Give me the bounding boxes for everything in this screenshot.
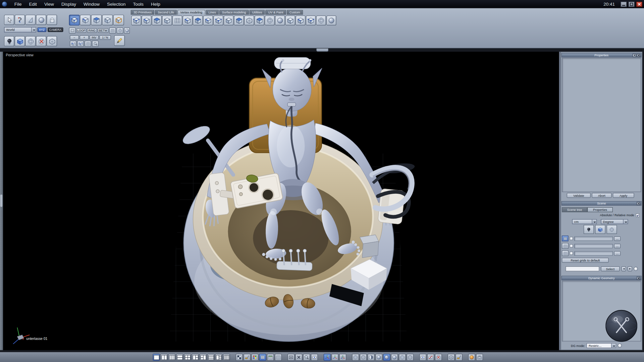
select-all-button[interactable] xyxy=(124,27,130,34)
layout-two-rows-button[interactable] xyxy=(176,354,183,361)
reset-grids-button[interactable]: Reset grids to default xyxy=(562,258,609,263)
viewport-3d[interactable]: X untertasse 01 Perspective view xyxy=(3,52,559,350)
menu-help[interactable]: Help xyxy=(147,0,164,8)
grid-solid-toggle[interactable] xyxy=(595,225,605,234)
grow-selection-button[interactable] xyxy=(109,27,116,34)
extrude-face-button[interactable] xyxy=(152,16,162,25)
sphere-tool-button[interactable] xyxy=(36,15,47,25)
unit-dropdown[interactable]: cm xyxy=(572,219,597,224)
freehand-stroke-tool[interactable] xyxy=(114,35,125,46)
grid-3-browse-button[interactable]: ... xyxy=(614,251,621,255)
stretch-button[interactable] xyxy=(296,16,306,25)
tab-scene-properties[interactable]: Properties xyxy=(587,207,613,212)
layout-two-columns-button[interactable] xyxy=(161,354,168,361)
scene-panel-titlebar[interactable]: Scene xyxy=(561,201,642,205)
snap-option-button[interactable] xyxy=(85,41,91,47)
hidden-line-button[interactable] xyxy=(368,354,375,361)
apply-button[interactable]: Apply xyxy=(613,193,634,198)
menu-window[interactable]: Window xyxy=(80,0,103,8)
spreadsheet-button[interactable] xyxy=(275,354,282,361)
tab-custom[interactable]: Custom xyxy=(286,10,303,15)
one-over-n-button[interactable]: 1 / N xyxy=(99,35,111,40)
plus-button[interactable]: + xyxy=(80,35,89,40)
wireframe-display-button[interactable] xyxy=(25,36,36,47)
grid-1-icon-button[interactable] xyxy=(562,236,569,241)
weld-points-button[interactable] xyxy=(131,16,141,25)
panel-grip[interactable] xyxy=(316,48,329,52)
grid-2-checkbox[interactable] xyxy=(570,244,573,248)
tab-uv-paint[interactable]: UV & Paint xyxy=(265,10,286,15)
close-button[interactable] xyxy=(636,1,642,7)
tab-3d-primitives[interactable]: 3D Primitives xyxy=(130,10,154,15)
wireframe-shaded-button[interactable] xyxy=(259,354,266,361)
tab-second-life[interactable]: Second Life xyxy=(155,10,177,15)
menu-file[interactable]: File xyxy=(11,0,25,8)
grid-1-field[interactable] xyxy=(574,236,613,241)
bridge-button[interactable] xyxy=(183,16,193,25)
properties-close-button[interactable] xyxy=(637,54,640,57)
object-name-input[interactable] xyxy=(566,266,599,272)
edge-selection-mode[interactable] xyxy=(80,15,91,25)
flat-shading-button[interactable] xyxy=(360,354,367,361)
minimize-button[interactable] xyxy=(621,1,627,7)
twist-button[interactable] xyxy=(275,16,285,25)
layout-quad-button[interactable] xyxy=(184,354,191,361)
close-view-button[interactable] xyxy=(295,354,302,361)
uv-checker-button[interactable] xyxy=(236,354,243,361)
properties-panel-titlebar[interactable]: Properties xyxy=(561,53,642,57)
tab-utilities[interactable]: Utilities xyxy=(249,10,265,15)
dg-close-button[interactable] xyxy=(637,277,640,280)
grid-light-toggle[interactable] xyxy=(584,225,594,234)
material-preview-button[interactable] xyxy=(468,354,475,361)
grid-3-checkbox[interactable] xyxy=(570,252,573,255)
smooth-button[interactable] xyxy=(162,16,172,25)
dg-mode-dropdown[interactable]: Restric... xyxy=(587,343,616,348)
smooth-shading-button[interactable] xyxy=(375,354,382,361)
between-button[interactable]: BETW xyxy=(98,28,108,33)
ghost-display-button[interactable] xyxy=(435,354,442,361)
bright-shading-button[interactable] xyxy=(407,354,414,361)
ring-button[interactable]: RING xyxy=(87,28,97,33)
layout-three-columns-button[interactable] xyxy=(168,354,175,361)
object-selection-mode[interactable] xyxy=(102,15,113,25)
menu-tools[interactable]: Tools xyxy=(129,0,147,8)
grid-3-field[interactable] xyxy=(574,251,613,255)
color-grid-button[interactable] xyxy=(251,354,258,361)
solid-display-button[interactable] xyxy=(15,36,25,47)
textured-shading-button[interactable] xyxy=(383,354,390,361)
validate-button[interactable]: Validate xyxy=(567,193,591,198)
angle-dropdown[interactable]: Degree xyxy=(601,219,628,224)
abort-button[interactable]: Abort xyxy=(592,193,611,198)
face-selection-mode[interactable] xyxy=(91,15,102,25)
hide-object-button[interactable] xyxy=(36,36,47,47)
taper-button[interactable] xyxy=(285,16,295,25)
edit-object-button[interactable] xyxy=(448,354,455,361)
scene-close-button[interactable] xyxy=(637,202,640,205)
tessellate-button[interactable] xyxy=(172,16,182,25)
chamfer-button[interactable] xyxy=(203,16,213,25)
scrollbar-handle[interactable] xyxy=(0,194,2,207)
subdivide-option-button[interactable] xyxy=(70,41,76,47)
wireframe-shading-button[interactable] xyxy=(352,354,359,361)
layout-two-one-button[interactable] xyxy=(200,354,207,361)
dg-panel-titlebar[interactable]: Dynamic Geometry xyxy=(561,276,642,280)
properties-collapse-button[interactable] xyxy=(633,54,636,57)
paint-object-button[interactable] xyxy=(455,354,463,361)
tab-vertex-modeling[interactable]: Vertex modeling xyxy=(177,10,205,15)
grid-2-field[interactable] xyxy=(574,244,613,248)
sweep-button[interactable] xyxy=(224,16,233,25)
bevel-button[interactable] xyxy=(193,16,203,25)
tab-lines[interactable]: Lines xyxy=(206,10,219,15)
translate-manipulator-button[interactable] xyxy=(331,354,338,361)
grid-wire-toggle[interactable] xyxy=(607,225,617,234)
paint-mode-button[interactable] xyxy=(244,354,251,361)
layout-three-rows-button[interactable] xyxy=(207,354,214,361)
unsubdivide-option-button[interactable] xyxy=(77,41,84,47)
select-button[interactable]: Select xyxy=(601,266,620,272)
symmetry-button[interactable] xyxy=(245,16,254,25)
mirror-button[interactable] xyxy=(255,16,264,25)
points-shading-button[interactable] xyxy=(399,354,406,361)
shading-toggle-button[interactable] xyxy=(4,36,14,47)
specular-shading-button[interactable] xyxy=(391,354,398,361)
pick-previous-button[interactable] xyxy=(622,266,626,272)
